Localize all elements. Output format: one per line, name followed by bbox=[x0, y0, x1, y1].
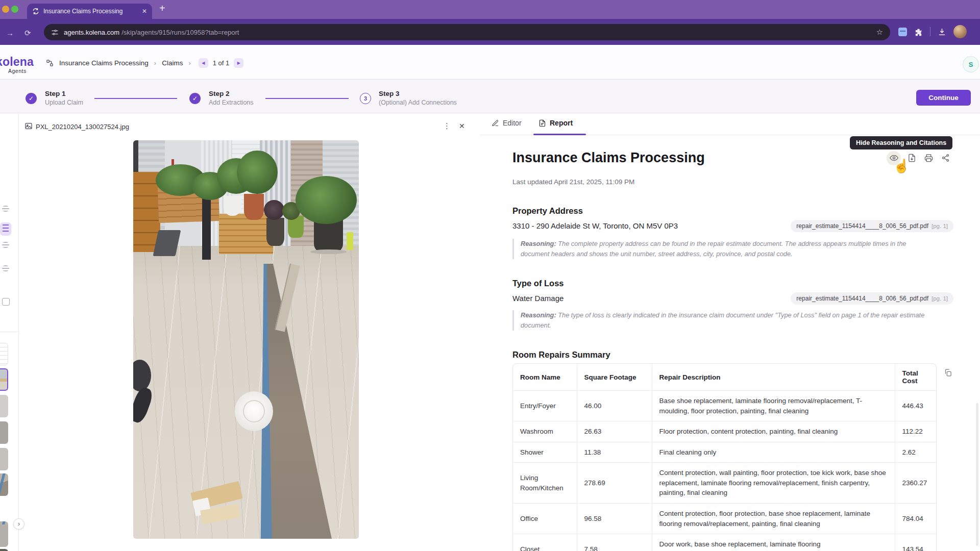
tab-report[interactable]: Report bbox=[538, 119, 573, 127]
forward-icon[interactable]: → bbox=[6, 29, 14, 37]
toolbar-divider bbox=[930, 27, 930, 36]
app-header: kolena Agents Insurance Claims Processin… bbox=[0, 45, 980, 80]
table-row: Washroom 26.63 Floor protection, content… bbox=[513, 421, 937, 442]
downloads-icon[interactable] bbox=[938, 28, 946, 36]
breadcrumb-item-agent[interactable]: Insurance Claims Processing bbox=[59, 59, 149, 67]
browser-window: Insurance Claims Processing ✕ + → ⟳ agen… bbox=[0, 0, 980, 551]
breadcrumb-chevron-icon: › bbox=[154, 59, 156, 67]
rail-icon[interactable] bbox=[2, 242, 9, 248]
citation-chip[interactable]: repair_estimate_1154414____8_006_56_pdf.… bbox=[791, 292, 953, 305]
extension-icon[interactable] bbox=[898, 28, 907, 36]
tab-close-icon[interactable]: ✕ bbox=[142, 8, 147, 15]
photo-bottle bbox=[347, 232, 353, 250]
photo-planter-leg bbox=[202, 192, 211, 260]
room-repairs-table: Room Name Square Footage Repair Descript… bbox=[512, 363, 937, 551]
section-heading-property-address: Property Address bbox=[512, 206, 583, 216]
step1-check-icon[interactable]: ✓ bbox=[26, 93, 37, 104]
citation-chip[interactable]: repair_estimate_1154414____8_006_56_pdf.… bbox=[791, 220, 953, 232]
table-row: Shower 11.38 Final cleaning only 2.62 bbox=[513, 442, 937, 463]
active-tab-underline bbox=[533, 134, 586, 135]
address-bar[interactable]: agents.kolena.com /skip/agents/915/runs/… bbox=[44, 24, 890, 40]
claim-photo[interactable] bbox=[133, 140, 359, 539]
tooltip: Hide Reasoning and Citations bbox=[850, 136, 952, 149]
step3-label[interactable]: Step 3 (Optional) Add Connections bbox=[379, 90, 457, 106]
browser-tab[interactable]: Insurance Claims Processing ✕ bbox=[27, 4, 152, 19]
copy-table-button[interactable] bbox=[944, 368, 952, 377]
section-heading-room-repairs: Room Repairs Summary bbox=[512, 350, 610, 360]
zoom-button[interactable] bbox=[11, 6, 18, 13]
rail-icon[interactable] bbox=[2, 265, 9, 271]
photo-pot bbox=[266, 218, 284, 246]
type-of-loss-value: Water Damage bbox=[512, 294, 564, 303]
tab-title: Insurance Claims Processing bbox=[43, 8, 122, 15]
property-address-row: 3310 - 290 Adelaide St W, Toronto, ON M5… bbox=[512, 221, 953, 232]
close-viewer-icon[interactable]: ✕ bbox=[459, 122, 465, 130]
step-connector bbox=[94, 98, 177, 99]
rail-expand-button[interactable]: › bbox=[13, 518, 24, 530]
report-title: Insurance Claims Processing bbox=[512, 150, 705, 166]
reasoning-block: Reasoning: The type of loss is clearly i… bbox=[512, 310, 927, 331]
share-icon bbox=[941, 154, 950, 162]
image-filename: PXL_20210204_130027524.jpg bbox=[36, 123, 129, 131]
site-info-icon[interactable] bbox=[51, 29, 59, 36]
breadcrumb-chevron-icon: › bbox=[188, 59, 190, 67]
new-tab-button[interactable]: + bbox=[159, 3, 165, 14]
minimize-button[interactable] bbox=[2, 6, 9, 13]
file-thumbnail-selected[interactable] bbox=[0, 368, 8, 391]
mouse-cursor: ☝ bbox=[893, 158, 910, 174]
last-updated: Last updated April 21st, 2025, 11:09 PM bbox=[512, 178, 634, 186]
print-button[interactable] bbox=[924, 154, 933, 162]
pager-next-icon[interactable]: ▶ bbox=[234, 58, 243, 68]
file-thumbnail[interactable] bbox=[0, 395, 8, 417]
rail-icon[interactable] bbox=[2, 298, 10, 306]
file-thumbnail[interactable] bbox=[0, 343, 8, 365]
file-thumbnail[interactable] bbox=[0, 448, 8, 470]
url-path: /skip/agents/915/runs/10958?tab=report bbox=[121, 29, 239, 36]
step2-label[interactable]: Step 2 Add Extractions bbox=[209, 90, 254, 106]
table-row: Office 96.58 Content protection, floor p… bbox=[513, 503, 937, 534]
scrollbar-thumb[interactable] bbox=[976, 403, 978, 546]
file-thumbnail[interactable] bbox=[0, 549, 8, 551]
breadcrumb-item-claims[interactable]: Claims bbox=[162, 59, 183, 67]
profile-avatar[interactable] bbox=[953, 25, 967, 38]
step2-check-icon[interactable]: ✓ bbox=[189, 93, 201, 104]
bookmark-star-icon[interactable]: ☆ bbox=[876, 28, 883, 37]
pager-prev-icon[interactable]: ◀ bbox=[199, 58, 208, 68]
file-thumbnail[interactable] bbox=[0, 421, 8, 444]
kolena-logo[interactable]: kolena bbox=[0, 55, 34, 69]
type-of-loss-row: Water Damage repair_estimate_1154414____… bbox=[512, 294, 953, 305]
more-options-icon[interactable]: ⋮ bbox=[443, 121, 451, 131]
extensions-puzzle-icon[interactable] bbox=[914, 28, 923, 36]
property-address-value: 3310 - 290 Adelaide St W, Toronto, ON M5… bbox=[512, 221, 678, 230]
step3-number[interactable]: 3 bbox=[360, 93, 371, 104]
record-pager: ◀ 1 of 1 ▶ bbox=[199, 58, 244, 68]
photo-plant bbox=[237, 151, 278, 194]
table-row: Closet 7.58 Door work, base shoe replace… bbox=[513, 534, 937, 551]
photo-fan bbox=[235, 391, 273, 431]
browser-titlebar: Insurance Claims Processing ✕ + bbox=[0, 0, 980, 19]
rail-icon[interactable] bbox=[2, 206, 9, 212]
table-row: Entry/Foyer 46.00 Base shoe replacement,… bbox=[513, 391, 937, 421]
rail-selected-icon[interactable] bbox=[0, 222, 11, 236]
copy-icon bbox=[944, 368, 952, 377]
image-file-icon bbox=[24, 122, 33, 130]
share-button[interactable] bbox=[941, 154, 950, 162]
report-tabs: Editor Report bbox=[480, 113, 980, 135]
toolbar-actions bbox=[898, 25, 967, 38]
user-avatar[interactable]: S bbox=[963, 56, 979, 72]
step1-label[interactable]: Step 1 Upload Claim bbox=[45, 90, 83, 106]
kolena-logo-sub: Agents bbox=[8, 68, 27, 74]
reasoning-block: Reasoning: The complete property address… bbox=[512, 239, 927, 259]
file-thumbnail[interactable] bbox=[0, 524, 8, 547]
table-row: Living Room/Kitchen 278.69 Content prote… bbox=[513, 463, 937, 504]
pencil-icon bbox=[492, 119, 499, 127]
rail-divider bbox=[0, 332, 19, 332]
stepper-bar bbox=[0, 80, 980, 113]
photo-floor bbox=[133, 246, 359, 539]
tab-editor[interactable]: Editor bbox=[492, 119, 522, 127]
table-header-row: Room Name Square Footage Repair Descript… bbox=[513, 364, 937, 391]
file-thumbnail[interactable] bbox=[0, 473, 8, 496]
continue-button[interactable]: Continue bbox=[916, 90, 971, 106]
printer-icon bbox=[924, 154, 933, 162]
reload-icon[interactable]: ⟳ bbox=[24, 29, 31, 38]
